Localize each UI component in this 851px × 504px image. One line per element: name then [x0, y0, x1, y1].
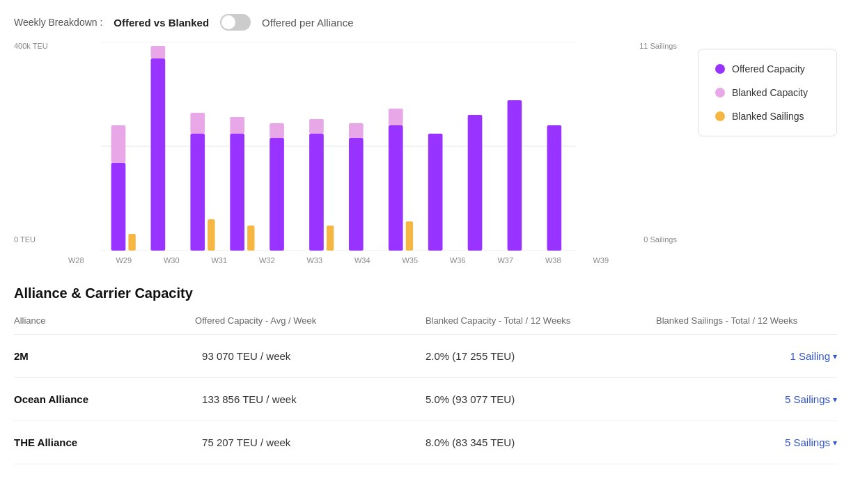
svg-rect-25 [428, 134, 443, 251]
blanked-capacity-dot [715, 88, 725, 97]
svg-rect-27 [508, 100, 522, 251]
offered-capacity-value: 133 856 TEU / week [195, 378, 426, 421]
chevron-down-icon: ▾ [833, 438, 837, 448]
y-right-labels: 11 Sailings 0 Sailings [628, 42, 677, 244]
y-bottom-label: 0 TEU [14, 235, 52, 244]
week-label: W31 [200, 256, 238, 265]
svg-rect-10 [190, 113, 205, 134]
col-blanked-sail-header: Blanked Sailings - Total / 12 Weeks [656, 315, 837, 335]
week-label: W34 [343, 256, 382, 265]
blanked-sailings-cell[interactable]: 1 Sailing ▾ [656, 335, 837, 378]
offered-capacity-label: Offered Capacity [732, 63, 805, 74]
offered-capacity-value: 93 070 TEU / week [195, 335, 426, 378]
week-label: W32 [248, 256, 286, 265]
blanked-sailings-value: 5 Sailings [785, 393, 830, 405]
chart-area: 400k TEU 0 TEU 11 Sailings 0 Sailings W2… [14, 42, 677, 265]
alliance-table: Alliance Offered Capacity - Avg / Week B… [14, 315, 837, 464]
week-labels: W28W29W30W31W32W33W34W35W36W37W38W39 [52, 256, 625, 265]
col-offered-header: Offered Capacity - Avg / Week [195, 315, 426, 335]
svg-rect-13 [230, 117, 244, 134]
week-label: W35 [391, 256, 429, 265]
blanked-capacity-label: Blanked Capacity [732, 87, 808, 98]
week-label: W37 [486, 256, 524, 265]
blanked-sailings-value: 5 Sailings [785, 436, 830, 448]
offered-capacity-value: 75 207 TEU / week [195, 421, 426, 464]
legend-item-offered: Offered Capacity [715, 63, 820, 74]
blanked-sailings-dot [715, 111, 725, 121]
alliance-name: 2M [14, 335, 195, 378]
y-top-label: 400k TEU [14, 42, 52, 50]
alliance-name: Ocean Alliance [14, 378, 195, 421]
week-label: W36 [439, 256, 477, 265]
chevron-down-icon: ▾ [833, 395, 837, 404]
svg-rect-3 [111, 163, 126, 251]
blanked-capacity-value: 8.0% (83 345 TEU) [426, 421, 656, 464]
weekly-breakdown-label: Weekly Breakdown : [14, 17, 102, 28]
svg-rect-16 [270, 123, 284, 138]
weekly-breakdown-header: Weekly Breakdown : Offered vs Blanked Of… [14, 14, 837, 31]
bars-wrapper: W28W29W30W31W32W33W34W35W36W37W38W39 [52, 42, 625, 265]
blanked-sailings-cell[interactable]: 5 Sailings ▾ [656, 378, 837, 421]
svg-rect-15 [270, 138, 284, 251]
legend-item-blanked-sail: Blanked Sailings [715, 111, 820, 122]
table-row: Ocean Alliance133 856 TEU / week5.0% (93… [14, 378, 837, 421]
toggle-label-text: Offered vs Blanked [114, 17, 209, 29]
toggle-right-label: Offered per Alliance [262, 17, 353, 29]
offered-capacity-dot [715, 64, 725, 74]
legend-item-blanked-cap: Blanked Capacity [715, 87, 820, 98]
week-label: W33 [295, 256, 334, 265]
svg-rect-22 [389, 125, 403, 251]
alliance-table-body: 2M93 070 TEU / week2.0% (17 255 TEU) 1 S… [14, 335, 837, 464]
svg-rect-9 [190, 134, 205, 251]
table-row: THE Alliance75 207 TEU / week8.0% (83 34… [14, 421, 837, 464]
blanked-sailings-cell[interactable]: 5 Sailings ▾ [656, 421, 837, 464]
svg-rect-18 [309, 119, 324, 134]
week-label: W39 [581, 256, 620, 265]
legend-box: Offered Capacity Blanked Capacity Blanke… [698, 49, 837, 136]
week-label: W30 [153, 256, 191, 265]
svg-rect-6 [151, 58, 166, 251]
svg-rect-19 [327, 226, 334, 251]
svg-rect-21 [349, 123, 364, 138]
blanked-sailings-value: 1 Sailing [790, 350, 830, 362]
section-title: Alliance & Carrier Capacity [14, 285, 837, 301]
svg-rect-7 [151, 46, 166, 58]
blanked-sailings-label: Blanked Sailings [732, 111, 804, 122]
blanked-capacity-value: 2.0% (17 255 TEU) [426, 335, 656, 378]
table-header-row: Alliance Offered Capacity - Avg / Week B… [14, 315, 837, 335]
table-row: 2M93 070 TEU / week2.0% (17 255 TEU) 1 S… [14, 335, 837, 378]
chart-container: 400k TEU 0 TEU 11 Sailings 0 Sailings W2… [14, 42, 837, 265]
svg-rect-14 [247, 226, 254, 251]
week-label: W29 [104, 256, 143, 265]
offered-vs-blanked-toggle[interactable] [220, 14, 251, 31]
svg-rect-24 [406, 221, 413, 251]
svg-rect-26 [468, 115, 483, 251]
chevron-down-icon: ▾ [833, 352, 837, 361]
svg-rect-4 [111, 125, 126, 163]
svg-rect-11 [208, 219, 214, 251]
blanked-capacity-value: 5.0% (93 077 TEU) [426, 378, 656, 421]
svg-rect-28 [547, 125, 561, 251]
svg-rect-23 [389, 109, 403, 125]
svg-rect-17 [309, 134, 324, 251]
y-right-top-label: 11 Sailings [628, 42, 677, 50]
week-label: W38 [534, 256, 572, 265]
svg-rect-20 [349, 138, 364, 251]
alliance-name: THE Alliance [14, 421, 195, 464]
col-blanked-cap-header: Blanked Capacity - Total / 12 Weeks [426, 315, 656, 335]
svg-rect-5 [128, 234, 135, 251]
week-label: W28 [57, 256, 95, 265]
col-alliance-header: Alliance [14, 315, 195, 335]
y-right-bottom-label: 0 Sailings [628, 235, 677, 244]
y-axis-labels: 400k TEU 0 TEU [14, 42, 52, 244]
bars-chart [52, 42, 625, 251]
svg-rect-12 [230, 134, 244, 251]
